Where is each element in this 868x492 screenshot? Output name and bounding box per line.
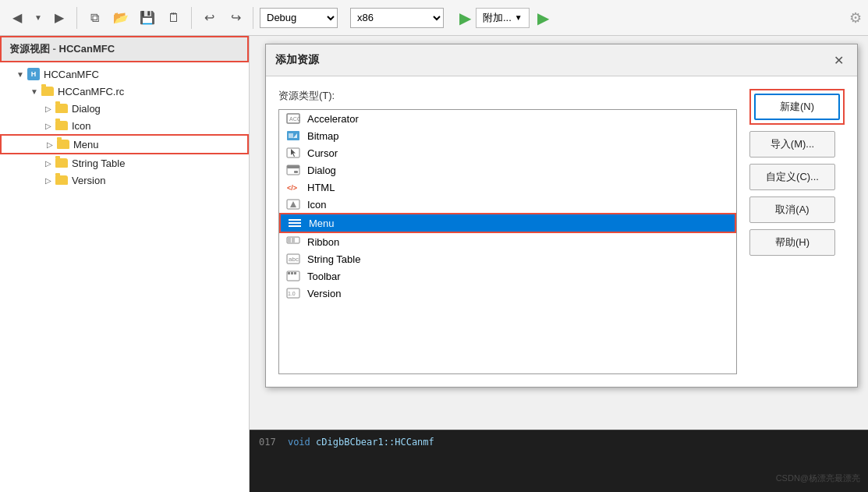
separator-3 (253, 7, 253, 29)
expander-menu[interactable]: ▷ (44, 138, 56, 150)
string-table-folder-icon (55, 156, 69, 170)
resource-type-list[interactable]: ACC Accelerator (278, 109, 737, 374)
html-label: HTML (307, 182, 335, 193)
resource-item-ribbon[interactable]: Ribbon (279, 233, 736, 250)
resource-item-cursor[interactable]: Cursor (279, 144, 736, 161)
new-button-highlight: 新建(N) (749, 89, 845, 125)
arch-dropdown[interactable]: x86 x64 (350, 8, 444, 28)
expander-rc[interactable]: ▼ (28, 85, 41, 97)
cancel-button[interactable]: 取消(A) (749, 196, 835, 223)
dialog-folder-icon (55, 101, 69, 115)
svg-rect-18 (292, 238, 295, 242)
expander-hccanmfc[interactable]: ▼ (14, 68, 27, 80)
svg-rect-17 (288, 238, 291, 242)
toolbar-label: Toolbar (307, 271, 341, 282)
forward-button[interactable]: ▶ (48, 7, 70, 29)
resource-item-toolbar[interactable]: Toolbar (279, 267, 736, 285)
resource-item-icon[interactable]: Icon (279, 196, 736, 213)
tree-label-hccanmfc: HCCanMFC (44, 69, 99, 80)
string-table-res-label: String Table (307, 253, 360, 265)
accelerator-icon: ACC (285, 112, 301, 125)
svg-text:ACC: ACC (289, 116, 300, 122)
sidebar-project: HCCanMFC (59, 43, 115, 55)
tree-item-menu[interactable]: ▷ Menu (0, 134, 249, 154)
menu-folder-icon (56, 137, 70, 151)
debug-dropdown[interactable]: Debug Release (260, 8, 338, 28)
copy-button[interactable]: ⧉ (83, 7, 105, 29)
tree-label-version: Version (72, 175, 105, 186)
accelerator-label: Accelerator (307, 113, 359, 125)
icon-folder-icon (55, 119, 69, 133)
rc-icon (41, 84, 55, 98)
code-content: cDigbBCbear1::HCCanmf (316, 437, 434, 448)
save-all-button[interactable]: 🗒 (163, 7, 185, 29)
dialog-right-panel: 新建(N) 导入(M)... 自定义(C)... 取消(A) 帮助(H) (749, 89, 845, 374)
redo-button[interactable]: ↪ (225, 7, 246, 29)
tree-item-hccanmfc[interactable]: ▼ H HCCanMFC (0, 65, 249, 83)
resource-item-dialog[interactable]: Dialog (279, 161, 736, 179)
expander-icon[interactable]: ▷ (42, 119, 55, 132)
svg-rect-3 (289, 133, 293, 138)
resource-item-bitmap[interactable]: Bitmap (279, 127, 736, 144)
bitmap-label: Bitmap (307, 130, 338, 142)
help-button[interactable]: 帮助(H) (749, 229, 835, 256)
content-area: 添加资源 ✕ 资源类型(T): ACC (250, 36, 868, 492)
tree-item-icon[interactable]: ▷ Icon (0, 117, 249, 134)
resource-item-menu[interactable]: Menu (279, 213, 736, 233)
dialog-body: 资源类型(T): ACC Accelerator (266, 76, 857, 387)
toolbar-icon (285, 270, 301, 282)
resource-item-version[interactable]: 1.0 Version (279, 285, 736, 302)
tree-item-rc[interactable]: ▼ HCCanMFC.rc (0, 83, 249, 100)
undo-button[interactable]: ↩ (198, 7, 220, 29)
separator-2 (191, 7, 192, 29)
dialog-title-bar: 添加资源 ✕ (266, 44, 857, 76)
tree-label-icon: Icon (72, 120, 91, 132)
bitmap-icon (285, 129, 301, 142)
code-line-num: 017 (259, 437, 276, 448)
tree-label-rc: HCCanMFC.rc (58, 86, 124, 97)
run2-button[interactable]: ▶ (537, 9, 549, 27)
dropdown-arrow[interactable]: ▼ (33, 7, 44, 29)
dialog-res-label: Dialog (307, 165, 336, 176)
svg-rect-13 (289, 219, 301, 221)
new-resource-button[interactable]: 新建(N) (754, 94, 840, 120)
watermark: CSDN@杨漂亮最漂亮 (776, 473, 860, 484)
expander-version[interactable]: ▷ (42, 174, 55, 186)
version-icon: 1.0 (285, 287, 301, 299)
resource-item-string-table[interactable]: abc String Table (279, 250, 736, 267)
run-button[interactable]: ▶ (459, 9, 471, 27)
svg-rect-14 (289, 222, 301, 224)
sidebar-title: 资源视图 (9, 43, 50, 55)
html-icon: </> (285, 181, 301, 193)
open-button[interactable]: 📂 (110, 7, 132, 29)
cursor-icon (285, 147, 301, 159)
menu-res-icon (287, 217, 303, 229)
dialog-left-panel: 资源类型(T): ACC Accelerator (278, 89, 737, 374)
svg-text:abc: abc (289, 256, 299, 263)
back-button[interactable]: ◀ (6, 7, 28, 29)
expander-dialog[interactable]: ▷ (42, 102, 55, 115)
resource-item-html[interactable]: </> HTML (279, 179, 736, 196)
toolbar: ◀ ▼ ▶ ⧉ 📂 💾 🗒 ↩ ↪ Debug Release x86 x64 … (0, 0, 868, 36)
dialog-res-icon (285, 164, 301, 176)
import-button[interactable]: 导入(M)... (749, 131, 835, 158)
tree-item-string-table[interactable]: ▷ String Table (0, 154, 249, 172)
sidebar: 资源视图 - HCCanMFC ▼ H HCCanMFC ▼ HCCanMFC.… (0, 36, 250, 492)
settings-icon: ⚙ (849, 9, 862, 27)
tree-label-dialog: Dialog (72, 103, 101, 115)
tree-item-dialog[interactable]: ▷ Dialog (0, 100, 249, 117)
project-icon: H (27, 67, 41, 81)
attach-button[interactable]: 附加... ▼ (476, 8, 530, 28)
save-button[interactable]: 💾 (136, 7, 158, 29)
expander-string-table[interactable]: ▷ (42, 157, 55, 169)
cursor-label: Cursor (307, 147, 338, 159)
svg-rect-9 (294, 171, 298, 173)
ribbon-label: Ribbon (307, 236, 339, 248)
version-folder-icon (55, 173, 69, 187)
tree-item-version[interactable]: ▷ Version (0, 172, 249, 189)
dialog-close-button[interactable]: ✕ (829, 51, 848, 69)
resource-item-accelerator[interactable]: ACC Accelerator (279, 110, 736, 127)
sidebar-header: 资源视图 - HCCanMFC (0, 36, 249, 62)
svg-rect-8 (287, 165, 299, 168)
custom-button[interactable]: 自定义(C)... (749, 164, 835, 190)
